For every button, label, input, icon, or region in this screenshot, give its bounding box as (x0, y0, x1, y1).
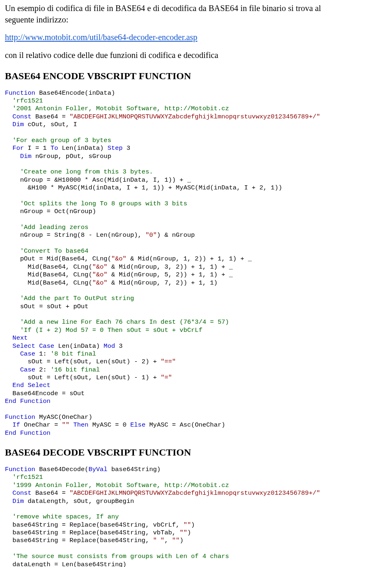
heading-encode: BASE64 ENCODE VBSCRIPT FUNCTION (5, 70, 387, 82)
intro-line-3: con il relativo codice delle due funzion… (5, 50, 387, 61)
intro-line-1: Un esempio di codifica di file in BASE64… (5, 3, 387, 14)
intro-line-2: seguente indirizzo: (5, 15, 387, 25)
example-link[interactable]: http://www.motobit.com/util/base64-decod… (5, 33, 197, 42)
code-block-encode: Function Base64Encode(inData) 'rfc1521 '… (5, 89, 387, 438)
code-block-decode: Function Base64Decode(ByVal base64String… (5, 466, 387, 567)
heading-decode: BASE64 DECODE VBSCRIPT FUNCTION (5, 446, 387, 458)
